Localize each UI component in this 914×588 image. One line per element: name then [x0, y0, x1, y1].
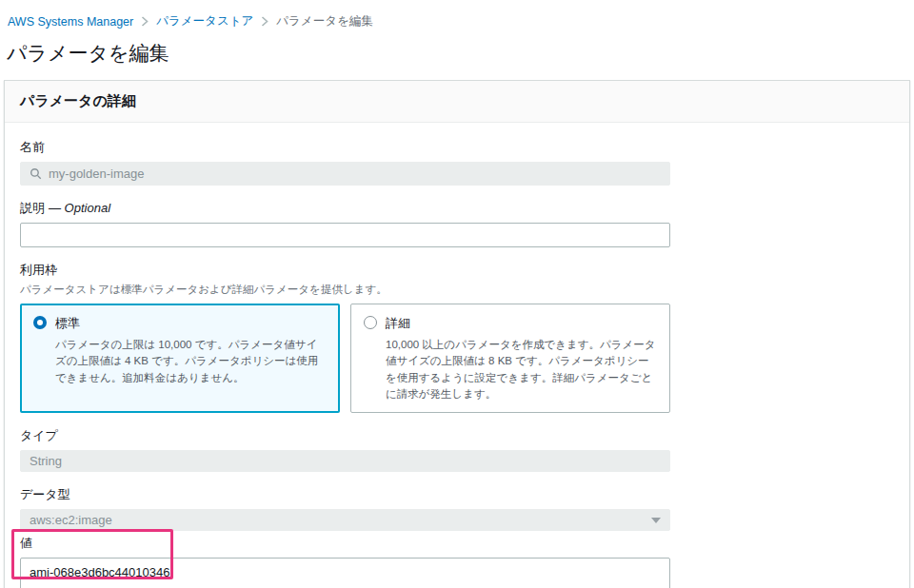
radio-unchecked-icon[interactable]: [364, 316, 377, 329]
description-input[interactable]: [20, 223, 670, 247]
name-input: my-golden-image: [20, 162, 670, 186]
data-type-label: データ型: [20, 486, 670, 503]
edit-parameter-page: AWS Systems Manager パラメータストア パラメータを編集 パラ…: [0, 0, 914, 588]
breadcrumb: AWS Systems Manager パラメータストア パラメータを編集: [8, 13, 914, 29]
tier-field-group: 利用枠 パラメータストアは標準パラメータおよび詳細パラメータを提供します。 標準…: [20, 262, 670, 413]
description-field-group: 説明— Optional: [20, 200, 670, 247]
value-label: 値: [20, 535, 670, 552]
name-value: my-golden-image: [49, 167, 144, 181]
value-field-group: 値 ami-068e3d6bc44010346 最大長は 4096 文字です。: [20, 535, 670, 588]
tier-option-advanced-title: 詳細: [386, 315, 656, 332]
type-label: タイプ: [20, 427, 670, 444]
description-label-text: 説明: [20, 201, 45, 215]
search-icon: [30, 167, 42, 180]
value-textarea-wrap: ami-068e3d6bc44010346: [20, 558, 670, 588]
tier-option-standard-content: 標準 パラメータの上限は 10,000 です。パラメータ値サイズの上限値は 4 …: [55, 315, 326, 402]
data-type-field-group: データ型 aws:ec2:image: [20, 486, 670, 531]
name-field-group: 名前 my-golden-image: [20, 139, 670, 186]
description-optional-suffix: — Optional: [49, 201, 110, 215]
type-input: String: [20, 450, 670, 472]
chevron-right-icon: [261, 16, 268, 27]
card-header-title: パラメータの詳細: [5, 81, 909, 123]
tier-option-advanced-content: 詳細 10,000 以上のパラメータを作成できます。パラメータ値サイズの上限値は…: [386, 315, 656, 402]
tier-option-standard-description: パラメータの上限は 10,000 です。パラメータ値サイズの上限値は 4 KB …: [55, 337, 326, 386]
page-title: パラメータを編集: [7, 40, 914, 67]
value-textarea[interactable]: ami-068e3d6bc44010346: [20, 558, 670, 588]
data-type-value: aws:ec2:image: [30, 513, 112, 527]
chevron-right-icon: [141, 16, 149, 27]
breadcrumb-link-systems-manager[interactable]: AWS Systems Manager: [8, 15, 133, 29]
tier-label: 利用枠: [20, 262, 670, 279]
tier-tiles: 標準 パラメータの上限は 10,000 です。パラメータ値サイズの上限値は 4 …: [20, 304, 670, 413]
name-label: 名前: [20, 139, 670, 156]
radio-checked-icon[interactable]: [33, 316, 47, 329]
caret-down-icon: [651, 518, 661, 523]
tier-option-advanced[interactable]: 詳細 10,000 以上のパラメータを作成できます。パラメータ値サイズの上限値は…: [350, 304, 670, 413]
tier-option-standard-title: 標準: [55, 315, 326, 332]
tier-option-standard[interactable]: 標準 パラメータの上限は 10,000 です。パラメータ値サイズの上限値は 4 …: [20, 304, 340, 413]
type-field-group: タイプ String: [20, 427, 670, 472]
tier-helper-text: パラメータストアは標準パラメータおよび詳細パラメータを提供します。: [20, 283, 670, 297]
card-body: 名前 my-golden-image 説明— Optional: [5, 123, 909, 588]
description-label: 説明— Optional: [20, 200, 670, 217]
breadcrumb-link-parameter-store[interactable]: パラメータストア: [156, 13, 253, 29]
parameter-details-card: パラメータの詳細 名前 my-golden-image: [4, 80, 910, 588]
type-value: String: [30, 454, 62, 468]
breadcrumb-current: パラメータを編集: [276, 13, 372, 29]
data-type-select: aws:ec2:image: [20, 509, 670, 531]
tier-option-advanced-description: 10,000 以上のパラメータを作成できます。パラメータ値サイズの上限値は 8 …: [386, 337, 656, 402]
